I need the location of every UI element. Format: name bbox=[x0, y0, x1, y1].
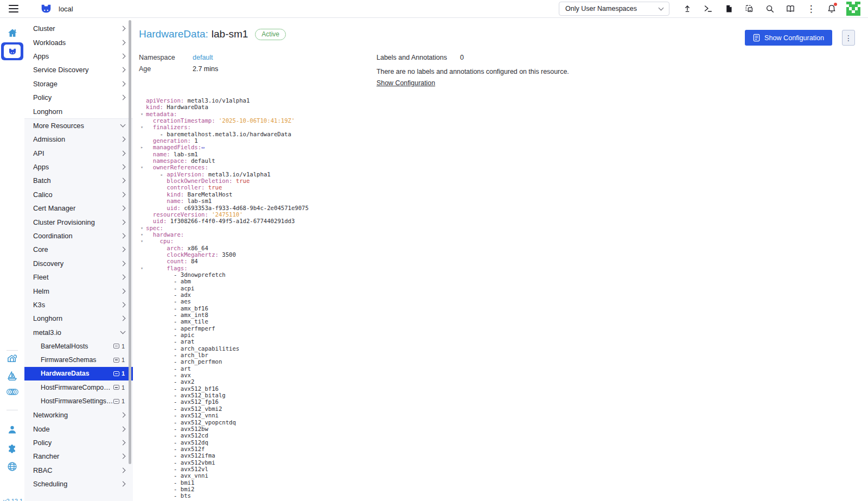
sidebar-item-label: HardwareDatas bbox=[41, 370, 113, 377]
sidebar-item-k3s[interactable]: K3s bbox=[24, 298, 133, 312]
sidebar-item-core[interactable]: Core bbox=[24, 243, 133, 256]
resource-kebab-menu[interactable]: ⋮ bbox=[842, 30, 855, 46]
sidebar-item-discovery[interactable]: Discovery bbox=[24, 257, 133, 270]
namespace-link[interactable]: default bbox=[193, 54, 213, 61]
yaml-line: - avx2 bbox=[139, 378, 855, 385]
sidebar-item-storage[interactable]: Storage bbox=[24, 77, 133, 91]
sidebar-item-label: Longhorn bbox=[33, 314, 121, 322]
chevron-right-icon bbox=[120, 26, 126, 31]
home-icon[interactable] bbox=[0, 28, 24, 39]
rancher-logo-icon[interactable] bbox=[40, 3, 52, 15]
sidebar-item-cluster-provisioning[interactable]: Cluster Provisioning bbox=[24, 215, 133, 229]
download-kubeconfig-icon[interactable] bbox=[718, 1, 739, 17]
sidebar-item-node[interactable]: Node bbox=[24, 422, 133, 435]
sidebar-item-label: Storage bbox=[33, 80, 121, 88]
extensions-puzzle-icon[interactable] bbox=[0, 442, 24, 454]
yaml-line: - arch_capabilities bbox=[139, 345, 855, 352]
sidebar-item-firmwareschemas[interactable]: FirmwareSchemas1 bbox=[24, 353, 133, 366]
sidebar-item-calico[interactable]: Calico bbox=[24, 188, 133, 201]
chevron-right-icon bbox=[120, 164, 126, 170]
sidebar-top-group: ClusterWorkloadsAppsService DiscoverySto… bbox=[24, 18, 133, 118]
globe-icon[interactable] bbox=[0, 461, 24, 472]
notifications-bell-icon[interactable] bbox=[821, 1, 842, 17]
sidebar-item-apps[interactable]: Apps bbox=[24, 49, 133, 63]
coil-icon[interactable] bbox=[0, 387, 24, 397]
yaml-line: - bts bbox=[139, 492, 855, 499]
sidebar-item-rbac[interactable]: RBAC bbox=[24, 464, 133, 477]
page-header: HardwareData: lab-sm1 Active Show Config… bbox=[139, 18, 855, 46]
chevron-right-icon bbox=[120, 233, 126, 239]
meta-right-column: Labels and Annotations 0 There are no la… bbox=[376, 54, 569, 87]
fold-collapse-icon[interactable]: ▾ bbox=[139, 265, 145, 271]
sidebar-item-workloads[interactable]: Workloads bbox=[24, 35, 133, 49]
sidebar-item-helm[interactable]: Helm bbox=[24, 284, 133, 297]
sidebar-item-scheduling[interactable]: Scheduling bbox=[24, 477, 133, 491]
more-options-icon[interactable]: ⋮ bbox=[801, 1, 821, 17]
sidebar-item-fleet[interactable]: Fleet bbox=[24, 270, 133, 284]
sidebar-scrollbar[interactable] bbox=[129, 20, 131, 464]
sidebar-item-service-discovery[interactable]: Service Discovery bbox=[24, 63, 133, 77]
sidebar-item-batch[interactable]: Batch bbox=[24, 174, 133, 187]
fold-collapse-icon[interactable]: ▾ bbox=[139, 225, 145, 231]
sidebar-item-coordination[interactable]: Coordination bbox=[24, 229, 133, 243]
kubectl-shell-icon[interactable] bbox=[698, 1, 718, 17]
sidebar-item-cert-manager[interactable]: Cert Manager bbox=[24, 201, 133, 215]
copy-kubeconfig-icon[interactable] bbox=[739, 1, 760, 17]
fleet-sailboat-icon[interactable] bbox=[0, 370, 24, 382]
sidebar-item-label: Discovery bbox=[33, 259, 121, 268]
chevron-right-icon bbox=[120, 288, 126, 294]
sidebar-item-networking[interactable]: Networking bbox=[24, 408, 133, 422]
yaml-viewer[interactable]: apiVersion: metal3.io/v1alpha1kind: Hard… bbox=[139, 97, 855, 499]
yaml-line: - avx512_fp16 bbox=[139, 398, 855, 405]
sidebar-item-hostfirmwarecomponents[interactable]: HostFirmwareComponents...1 bbox=[24, 380, 133, 394]
chevron-right-icon bbox=[120, 219, 126, 225]
fold-collapse-icon[interactable]: ▾ bbox=[139, 111, 145, 117]
fold-collapse-icon[interactable]: ▾ bbox=[139, 164, 145, 170]
fold-collapse-icon[interactable]: ▾ bbox=[139, 231, 145, 238]
yaml-line: ▾ finalizers: bbox=[139, 124, 855, 130]
sidebar-item-baremetalhosts[interactable]: BareMetalHosts1 bbox=[24, 339, 133, 353]
cluster-local-icon[interactable] bbox=[1, 42, 23, 60]
yaml-line: - art bbox=[139, 365, 855, 372]
hamburger-menu-icon[interactable] bbox=[9, 5, 18, 12]
sidebar-item-policy[interactable]: Policy bbox=[24, 91, 133, 104]
import-yaml-icon[interactable] bbox=[677, 1, 698, 17]
yaml-line: ▸ managedFields:↔ bbox=[139, 144, 855, 150]
sidebar-item-more-resources[interactable]: More Resources bbox=[24, 119, 133, 132]
sidebar-item-hardwaredatas[interactable]: HardwareDatas1 bbox=[24, 367, 133, 380]
chevron-right-icon bbox=[120, 247, 126, 252]
sidebar-item-longhorn[interactable]: Longhorn bbox=[24, 312, 133, 325]
namespace-filter-dropdown[interactable]: Only User Namespaces bbox=[559, 2, 669, 16]
age-label: Age bbox=[139, 65, 193, 73]
fold-collapse-icon[interactable]: ▾ bbox=[139, 124, 145, 130]
fold-collapse-icon[interactable]: ▾ bbox=[139, 238, 145, 244]
sidebar-item-admission[interactable]: Admission bbox=[24, 132, 133, 146]
search-icon[interactable] bbox=[760, 1, 780, 17]
harvester-icon[interactable] bbox=[0, 352, 24, 365]
sidebar-item-rancher[interactable]: Rancher bbox=[24, 449, 133, 463]
user-icon[interactable] bbox=[0, 424, 24, 435]
sidebar-item-label: Cert Manager bbox=[33, 204, 121, 212]
show-configuration-label: Show Configuration bbox=[764, 34, 824, 42]
yaml-line: resourceVersion: '2475110' bbox=[139, 211, 855, 218]
sidebar-item-hostfirmwaresettingses[interactable]: HostFirmwareSettingses1 bbox=[24, 395, 133, 408]
sidebar-item-longhorn[interactable]: Longhorn bbox=[24, 104, 133, 118]
docs-book-icon[interactable] bbox=[780, 1, 801, 17]
fold-expand-icon[interactable]: ▸ bbox=[139, 144, 145, 150]
show-configuration-link[interactable]: Show Configuration bbox=[376, 79, 435, 87]
sidebar-item-api[interactable]: API bbox=[24, 147, 133, 160]
page-title: HardwareData: lab-sm1 Active bbox=[139, 28, 286, 40]
yaml-line: - apiVersion: metal3.io/v1alpha1 bbox=[139, 171, 855, 177]
chevron-right-icon bbox=[120, 481, 126, 487]
yaml-line: - arch_lbr bbox=[139, 352, 855, 358]
user-avatar[interactable] bbox=[846, 2, 860, 16]
version-label[interactable]: v2.12.1 bbox=[3, 498, 23, 501]
sidebar-item-cluster[interactable]: Cluster bbox=[24, 22, 133, 35]
sidebar-item-metal3-io[interactable]: metal3.io bbox=[24, 326, 133, 339]
sidebar-item-apps[interactable]: Apps bbox=[24, 160, 133, 174]
yaml-line: - avx512_vnni bbox=[139, 412, 855, 418]
show-configuration-button[interactable]: Show Configuration bbox=[745, 30, 832, 46]
sidebar-item-policy[interactable]: Policy bbox=[24, 436, 133, 449]
chevron-right-icon bbox=[120, 440, 126, 445]
yaml-line: - abm bbox=[139, 278, 855, 284]
